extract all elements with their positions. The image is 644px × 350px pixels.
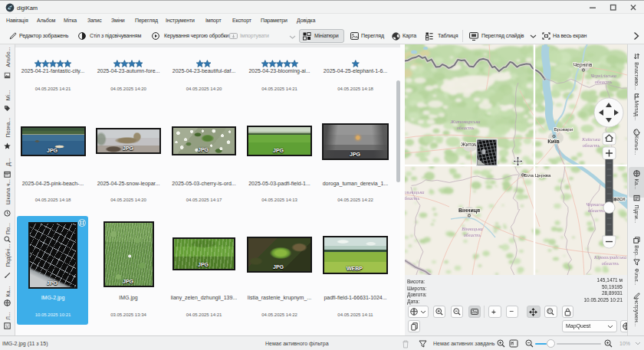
svg-text:область: область (595, 79, 613, 84)
svg-text:Чернігівська: Чернігівська (590, 73, 616, 78)
svg-text:Вінниця: Вінниця (458, 208, 480, 214)
svg-text:Київська: Київська (581, 136, 600, 142)
svg-text:Вінницька: Вінницька (462, 226, 482, 231)
svg-text:Чернігів: Чернігів (573, 62, 593, 68)
svg-text:область: область (588, 208, 606, 213)
svg-text:область: область (457, 125, 475, 130)
svg-text:Житомирська: Житомирська (450, 119, 481, 124)
svg-text:область: область (602, 260, 619, 266)
svg-text:область: область (464, 232, 481, 237)
svg-text:область: область (583, 142, 600, 148)
svg-text:Бровари: Бровари (554, 126, 573, 132)
svg-text:Кіровоградська: Кіровоградська (593, 254, 626, 260)
svg-text:Хмельницька: Хмельницька (405, 189, 424, 195)
svg-text:Київ: Київ (547, 138, 560, 145)
svg-text:область: область (405, 195, 419, 201)
svg-text:Біла Церква: Біла Церква (524, 172, 551, 178)
